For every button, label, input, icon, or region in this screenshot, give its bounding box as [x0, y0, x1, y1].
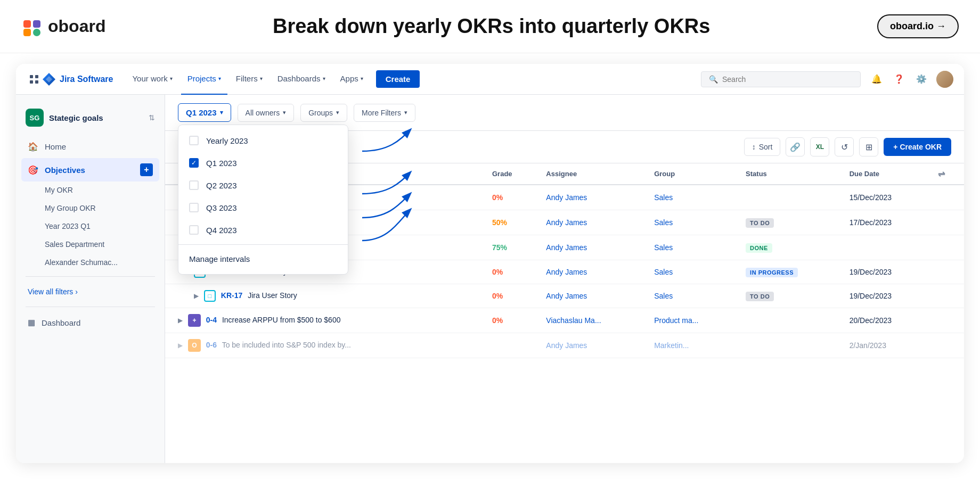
nav-item-apps[interactable]: Apps ▾: [334, 64, 370, 95]
row-assignee: Andy James: [538, 333, 647, 358]
notification-icon[interactable]: 🔔: [869, 72, 884, 87]
sidebar-item-home[interactable]: 🏠 Home: [21, 136, 159, 157]
nav-item-filters[interactable]: Filters ▾: [230, 64, 269, 95]
q42023-checkbox[interactable]: [189, 225, 199, 235]
svg-rect-0: [23, 20, 31, 28]
projects-chevron: ▾: [218, 76, 221, 81]
status-badge: TO DO: [746, 218, 774, 228]
col-status: Status: [738, 163, 842, 185]
q32023-checkbox[interactable]: [189, 203, 199, 212]
grade-value: 0%: [492, 316, 503, 325]
row-group: Product ma...: [647, 308, 738, 333]
period-filter-button[interactable]: Q1 2023 ▾: [178, 103, 231, 122]
home-icon: 🏠: [28, 142, 38, 152]
nav-item-projects[interactable]: Projects ▾: [181, 64, 227, 95]
grade-value: 0%: [492, 292, 503, 300]
manage-intervals-button[interactable]: Manage intervals: [178, 248, 348, 270]
row-actions: [930, 235, 964, 260]
link-icon-button[interactable]: 🔗: [786, 137, 805, 156]
search-icon: 🔍: [709, 75, 718, 84]
nav-items: Your work ▾ Projects ▾ Filters ▾ Dashboa…: [126, 64, 690, 95]
group-link[interactable]: Product ma...: [654, 316, 698, 325]
sidebar-sub-item-myokr[interactable]: My OKR: [38, 181, 159, 199]
tune-icon[interactable]: ⇌: [938, 169, 945, 178]
groups-chevron-icon: ▾: [336, 109, 339, 116]
sidebar-sub-item-mygroupokr[interactable]: My Group OKR: [38, 200, 159, 217]
more-filters-button[interactable]: More Filters ▾: [354, 104, 415, 122]
group-link[interactable]: Sales: [654, 193, 673, 202]
group-link[interactable]: Sales: [654, 218, 673, 227]
group-link[interactable]: Marketin...: [654, 341, 689, 350]
oboard-link-button[interactable]: oboard.io →: [877, 14, 959, 38]
apps-grid-icon[interactable]: [27, 72, 42, 87]
settings-icon[interactable]: ⚙️: [914, 72, 929, 87]
sort-button[interactable]: ↕ Sort: [744, 138, 781, 156]
dropdown-item-yearly2023[interactable]: Yearly 2023: [178, 129, 348, 152]
assignee-link[interactable]: Andy James: [546, 268, 587, 276]
svg-point-3: [33, 29, 40, 36]
row-duedate: [842, 235, 930, 260]
dropdown-item-q42023[interactable]: Q4 2023: [178, 219, 348, 241]
create-button[interactable]: Create: [376, 70, 420, 88]
logo-text: oboard: [48, 16, 105, 36]
group-link[interactable]: Sales: [654, 292, 673, 300]
sidebar-item-objectives[interactable]: 🎯 Objectives +: [21, 158, 159, 181]
sidebar-item-dashboard[interactable]: ▦ Dashboard: [16, 312, 165, 333]
dashboard-icon: ▦: [28, 318, 35, 327]
assignee-link[interactable]: Andy James: [546, 243, 587, 252]
row-actions: [930, 308, 964, 333]
search-input[interactable]: [722, 75, 839, 84]
status-badge: TO DO: [746, 292, 774, 301]
svg-rect-7: [35, 80, 38, 84]
group-link[interactable]: Sales: [654, 268, 673, 276]
create-okr-button[interactable]: + Create OKR: [884, 138, 951, 156]
row-grade: 0%: [485, 260, 538, 284]
row-name-cell: ▶ O 0-6 To be included into S&P 500 inde…: [165, 333, 485, 358]
assignee-link[interactable]: Andy James: [546, 292, 587, 300]
sidebar-objectives-label: Objectives: [45, 166, 85, 175]
dropdown-item-q12023[interactable]: ✓ Q1 2023: [178, 152, 348, 174]
workspace-selector[interactable]: SG Stategic goals ⇅: [16, 103, 165, 136]
help-icon[interactable]: ❓: [892, 72, 907, 87]
kr-code[interactable]: KR-17: [221, 291, 242, 300]
expand-icon[interactable]: ▶: [178, 317, 183, 324]
row-duedate: 19/Dec/2023: [842, 260, 930, 284]
sidebar-sub-item-salesdept[interactable]: Sales Department: [38, 236, 159, 253]
owners-filter-button[interactable]: All owners ▾: [238, 104, 295, 122]
groups-filter-button[interactable]: Groups ▾: [300, 104, 347, 122]
sidebar-sub-items: My OKR My Group OKR Year 2023 Q1 Sales D…: [16, 181, 165, 271]
sidebar-nav: 🏠 Home 🎯 Objectives +: [16, 136, 165, 181]
expand-icon-button[interactable]: ⊞: [859, 137, 878, 156]
row-group: Sales: [647, 260, 738, 284]
assignee-link[interactable]: Andy James: [546, 341, 587, 350]
q12023-checkbox[interactable]: ✓: [189, 158, 199, 168]
expand-icon[interactable]: ▶: [194, 292, 199, 300]
assignee-link[interactable]: Andy James: [546, 193, 587, 202]
nav-search[interactable]: 🔍: [701, 71, 861, 87]
row-group: Sales: [647, 284, 738, 308]
obj-code[interactable]: 0-6: [206, 341, 217, 349]
sidebar-sub-item-alexander[interactable]: Alexander Schumac...: [38, 254, 159, 271]
assignee-link[interactable]: Viachaslau Ma...: [546, 316, 601, 325]
dropdown-item-q22023[interactable]: Q2 2023: [178, 174, 348, 196]
row-name: To be included into S&P 500 index by...: [222, 341, 351, 349]
expand-icon[interactable]: ▶: [178, 342, 183, 349]
row-actions: [930, 185, 964, 210]
q22023-checkbox[interactable]: [189, 180, 199, 190]
avatar[interactable]: [936, 71, 953, 88]
obj-code[interactable]: 0-4: [206, 316, 217, 324]
jira-logo[interactable]: Jira Software: [42, 72, 113, 87]
yearly2023-checkbox[interactable]: [189, 136, 199, 145]
logo-area: oboard: [21, 16, 105, 37]
nav-item-dashboards[interactable]: Dashboards ▾: [271, 64, 332, 95]
excel-icon-button[interactable]: XL: [810, 137, 829, 156]
refresh-icon-button[interactable]: ↺: [835, 137, 854, 156]
nav-item-yourwork[interactable]: Your work ▾: [126, 64, 178, 95]
assignee-link[interactable]: Andy James: [546, 218, 587, 227]
view-filters-chevron-icon: ›: [75, 287, 78, 296]
dropdown-item-q32023[interactable]: Q3 2023: [178, 196, 348, 219]
sidebar-view-filters[interactable]: View all filters ›: [16, 282, 165, 301]
add-objective-button[interactable]: +: [140, 163, 153, 176]
sidebar-sub-item-year2023q1[interactable]: Year 2023 Q1: [38, 218, 159, 235]
group-link[interactable]: Sales: [654, 243, 673, 252]
